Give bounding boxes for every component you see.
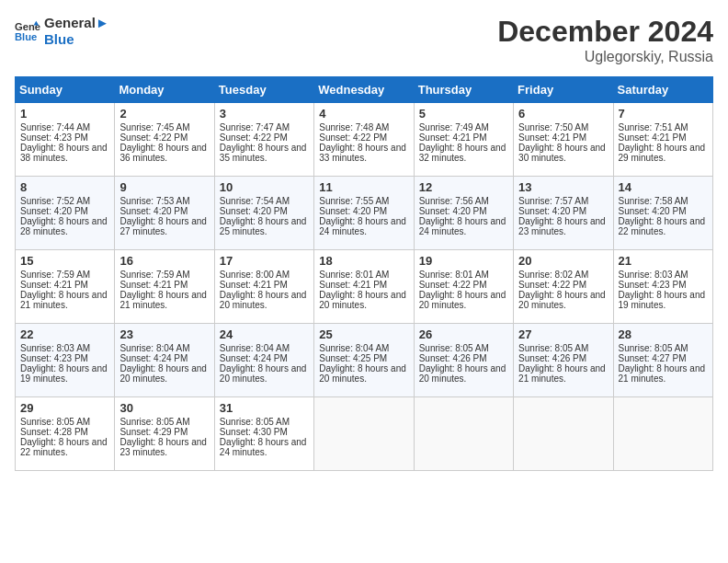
- calendar-cell: 20 Sunrise: 8:02 AM Sunset: 4:22 PM Dayl…: [514, 250, 613, 324]
- day-number: 16: [119, 254, 209, 268]
- daylight-label: Daylight: 8 hours and 19 minutes.: [619, 290, 706, 310]
- sunrise-label: Sunrise: 8:05 AM: [220, 417, 290, 427]
- month-title: December 2024: [497, 15, 713, 49]
- calendar-cell: 4 Sunrise: 7:48 AM Sunset: 4:22 PM Dayli…: [314, 103, 414, 177]
- daylight-label: Daylight: 8 hours and 30 minutes.: [518, 143, 606, 163]
- daylight-label: Daylight: 8 hours and 21 minutes.: [619, 363, 706, 384]
- daylight-label: Daylight: 8 hours and 21 minutes.: [20, 290, 108, 310]
- daylight-label: Daylight: 8 hours and 22 minutes.: [619, 216, 706, 236]
- calendar-cell: 24 Sunrise: 8:04 AM Sunset: 4:24 PM Dayl…: [214, 324, 313, 397]
- daylight-label: Daylight: 8 hours and 22 minutes.: [20, 437, 108, 457]
- sunrise-label: Sunrise: 8:05 AM: [518, 343, 588, 353]
- calendar-cell: 23 Sunrise: 8:04 AM Sunset: 4:24 PM Dayl…: [115, 324, 214, 397]
- svg-text:Blue: Blue: [15, 31, 37, 42]
- daylight-label: Daylight: 8 hours and 21 minutes.: [119, 290, 207, 310]
- sunset-label: Sunset: 4:21 PM: [220, 280, 288, 290]
- calendar-cell: 28 Sunrise: 8:05 AM Sunset: 4:27 PM Dayl…: [613, 324, 712, 397]
- day-number: 29: [20, 401, 109, 415]
- day-number: 18: [319, 254, 408, 268]
- daylight-label: Daylight: 8 hours and 20 minutes.: [319, 363, 406, 384]
- sunrise-label: Sunrise: 8:04 AM: [220, 343, 290, 353]
- day-number: 25: [319, 327, 408, 341]
- day-number: 2: [119, 107, 209, 121]
- daylight-label: Daylight: 8 hours and 20 minutes.: [119, 363, 207, 384]
- sunrise-label: Sunrise: 8:03 AM: [619, 270, 688, 280]
- calendar-cell: 31 Sunrise: 8:05 AM Sunset: 4:30 PM Dayl…: [214, 397, 313, 471]
- day-number: 14: [619, 180, 708, 194]
- weekday-header: Wednesday: [314, 77, 414, 103]
- sunrise-label: Sunrise: 7:59 AM: [119, 270, 189, 280]
- daylight-label: Daylight: 8 hours and 20 minutes.: [518, 290, 606, 310]
- day-number: 22: [20, 327, 109, 341]
- daylight-label: Daylight: 8 hours and 20 minutes.: [319, 290, 406, 310]
- weekday-header: Monday: [115, 77, 214, 103]
- calendar-cell: 25 Sunrise: 8:04 AM Sunset: 4:25 PM Dayl…: [314, 324, 414, 397]
- sunset-label: Sunset: 4:20 PM: [419, 206, 487, 216]
- title-block: December 2024 Uglegorskiy, Russia: [497, 15, 713, 65]
- sunrise-label: Sunrise: 7:50 AM: [518, 122, 588, 132]
- calendar-cell: 3 Sunrise: 7:47 AM Sunset: 4:22 PM Dayli…: [214, 103, 313, 177]
- sunset-label: Sunset: 4:20 PM: [119, 206, 188, 216]
- daylight-label: Daylight: 8 hours and 36 minutes.: [119, 143, 207, 163]
- daylight-label: Daylight: 8 hours and 29 minutes.: [619, 143, 706, 163]
- calendar-table: SundayMondayTuesdayWednesdayThursdayFrid…: [15, 76, 713, 471]
- sunrise-label: Sunrise: 7:57 AM: [518, 196, 588, 206]
- day-number: 13: [518, 180, 608, 194]
- calendar-cell: 21 Sunrise: 8:03 AM Sunset: 4:23 PM Dayl…: [613, 250, 712, 324]
- daylight-label: Daylight: 8 hours and 20 minutes.: [220, 290, 307, 310]
- day-number: 12: [419, 180, 508, 194]
- day-number: 20: [518, 254, 608, 268]
- daylight-label: Daylight: 8 hours and 35 minutes.: [220, 143, 307, 163]
- sunrise-label: Sunrise: 8:02 AM: [518, 270, 588, 280]
- calendar-cell: 6 Sunrise: 7:50 AM Sunset: 4:21 PM Dayli…: [514, 103, 613, 177]
- calendar-cell: 27 Sunrise: 8:05 AM Sunset: 4:26 PM Dayl…: [514, 324, 613, 397]
- day-number: 3: [220, 107, 309, 121]
- daylight-label: Daylight: 8 hours and 27 minutes.: [119, 216, 207, 236]
- calendar-cell: 10 Sunrise: 7:54 AM Sunset: 4:20 PM Dayl…: [214, 177, 313, 250]
- calendar-cell: [414, 397, 513, 471]
- sunrise-label: Sunrise: 7:44 AM: [20, 122, 90, 132]
- day-number: 28: [619, 327, 708, 341]
- calendar-cell: 22 Sunrise: 8:03 AM Sunset: 4:23 PM Dayl…: [16, 324, 115, 397]
- calendar-cell: 11 Sunrise: 7:55 AM Sunset: 4:20 PM Dayl…: [314, 177, 414, 250]
- daylight-label: Daylight: 8 hours and 20 minutes.: [220, 363, 307, 384]
- day-number: 9: [119, 180, 209, 194]
- daylight-label: Daylight: 8 hours and 32 minutes.: [419, 143, 506, 163]
- day-number: 4: [319, 107, 408, 121]
- daylight-label: Daylight: 8 hours and 24 minutes.: [319, 216, 406, 236]
- daylight-label: Daylight: 8 hours and 24 minutes.: [419, 216, 506, 236]
- sunset-label: Sunset: 4:23 PM: [20, 353, 88, 363]
- sunset-label: Sunset: 4:20 PM: [319, 206, 387, 216]
- sunrise-label: Sunrise: 8:03 AM: [20, 343, 90, 353]
- sunrise-label: Sunrise: 7:59 AM: [20, 270, 90, 280]
- calendar-cell: [314, 397, 414, 471]
- sunset-label: Sunset: 4:20 PM: [518, 206, 586, 216]
- weekday-header: Tuesday: [214, 77, 313, 103]
- sunset-label: Sunset: 4:21 PM: [419, 132, 487, 143]
- calendar-cell: 1 Sunrise: 7:44 AM Sunset: 4:23 PM Dayli…: [16, 103, 115, 177]
- sunset-label: Sunset: 4:21 PM: [518, 132, 586, 143]
- day-number: 11: [319, 180, 408, 194]
- sunset-label: Sunset: 4:21 PM: [20, 280, 88, 290]
- calendar-cell: 12 Sunrise: 7:56 AM Sunset: 4:20 PM Dayl…: [414, 177, 513, 250]
- day-number: 31: [220, 401, 309, 415]
- sunset-label: Sunset: 4:23 PM: [619, 280, 687, 290]
- calendar-cell: 17 Sunrise: 8:00 AM Sunset: 4:21 PM Dayl…: [214, 250, 313, 324]
- daylight-label: Daylight: 8 hours and 19 minutes.: [20, 363, 108, 384]
- sunset-label: Sunset: 4:28 PM: [20, 427, 88, 437]
- calendar-cell: 13 Sunrise: 7:57 AM Sunset: 4:20 PM Dayl…: [514, 177, 613, 250]
- daylight-label: Daylight: 8 hours and 24 minutes.: [220, 437, 307, 457]
- calendar-cell: 7 Sunrise: 7:51 AM Sunset: 4:21 PM Dayli…: [613, 103, 712, 177]
- sunrise-label: Sunrise: 8:04 AM: [319, 343, 389, 353]
- day-number: 7: [619, 107, 708, 121]
- day-number: 19: [419, 254, 508, 268]
- sunrise-label: Sunrise: 7:56 AM: [419, 196, 489, 206]
- sunset-label: Sunset: 4:25 PM: [319, 353, 387, 363]
- sunset-label: Sunset: 4:21 PM: [319, 280, 387, 290]
- sunset-label: Sunset: 4:22 PM: [220, 132, 288, 143]
- page-header: General Blue General► Blue December 2024…: [15, 15, 713, 65]
- logo-icon: General Blue: [15, 18, 40, 44]
- sunrise-label: Sunrise: 8:01 AM: [419, 270, 489, 280]
- calendar-cell: 18 Sunrise: 8:01 AM Sunset: 4:21 PM Dayl…: [314, 250, 414, 324]
- sunset-label: Sunset: 4:26 PM: [518, 353, 586, 363]
